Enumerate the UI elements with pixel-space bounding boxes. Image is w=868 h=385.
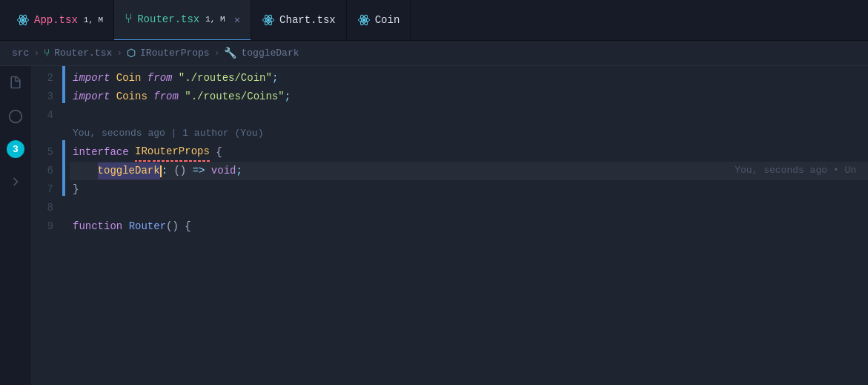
svg-point-0 [21,19,24,22]
react-icon-coin [357,13,371,27]
tab-router[interactable]: ⑂ Router.tsx 1, M ✕ [114,0,251,41]
tab-coin[interactable]: Coin [347,0,411,41]
token-parens-9: () { [166,218,191,234]
token-import-2: import [73,70,116,86]
tab-app[interactable]: App.tsx 1, M [6,0,114,41]
tab-bar: App.tsx 1, M ⑂ Router.tsx 1, M ✕ Chart.t… [0,0,868,41]
ln-6: 6 [31,162,53,180]
ln-4: 4 [31,106,53,125]
code-line-2: import Coin from "./routes/Coin"; [70,69,868,88]
token-void-6: void [211,162,236,179]
breadcrumb-sep-2: › [116,47,122,59]
svg-point-8 [362,19,365,22]
code-line-8 [70,199,868,217]
inline-blame-6: You, seconds ago • Un [735,162,868,180]
breadcrumb-file: Router.tsx [54,47,112,59]
gutter-line-3 [62,85,65,103]
code-content[interactable]: import Coin from "./routes/Coin"; import… [70,66,868,385]
token-space-6: () [168,162,193,179]
breadcrumb-interface-icon: ⬡ [127,47,136,59]
tab-app-label: App.tsx [34,14,78,26]
gutter-line-5 [62,140,65,159]
ln-blame [31,125,53,143]
gutter [62,66,65,385]
code-line-6: toggleDark: () => void; You, seconds ago… [70,162,868,180]
breadcrumb-interface: IRouterProps [140,47,210,59]
svg-point-4 [267,19,270,22]
activity-files-icon[interactable] [5,72,26,93]
activity-bar: 3 [0,66,31,385]
activity-badge[interactable]: 3 [7,140,24,158]
badge-number: 3 [13,144,19,155]
token-semi-6: ; [236,162,242,179]
gutter-line-4 [62,103,65,122]
code-line-4 [70,106,868,125]
code-line-7: } [70,180,868,199]
token-arrow-6: => [193,162,205,179]
token-semi-3: ; [285,88,291,105]
tab-chart-label: Chart.tsx [279,14,336,26]
ln-2: 2 [31,69,53,88]
router-icon: ⑂ [125,12,133,27]
gutter-line-9 [62,214,65,233]
gutter-line-blame [62,122,65,140]
breadcrumb-router-icon: ⑂ [44,47,50,59]
token-interface: interface [73,144,135,160]
ln-9: 9 [31,217,53,236]
token-colon-6: : [162,162,168,179]
code-area: 2 3 4 5 6 7 8 9 import Coin from [31,66,868,385]
svg-point-12 [10,111,22,123]
gutter-line-8 [62,196,65,214]
token-from-2: from [148,70,179,86]
gutter-line-2 [62,66,65,85]
token-coin: Coin [116,70,148,86]
token-router-fn: Router [129,218,166,234]
tab-router-close[interactable]: ✕ [234,13,240,26]
tab-chart[interactable]: Chart.tsx [251,0,347,41]
line-numbers: 2 3 4 5 6 7 8 9 [31,66,62,385]
code-line-3: import Coins from "./routes/Coins"; [70,88,868,106]
breadcrumb-method-icon: 🔧 [224,47,236,59]
activity-arrow-icon[interactable] [5,171,26,192]
token-indent-6 [73,162,98,179]
code-line-9: function Router() { [70,217,868,236]
token-str-2: "./routes/Coin" [179,70,272,86]
token-semi-2: ; [272,70,278,86]
tab-app-modified: 1, M [84,16,103,24]
tab-coin-label: Coin [375,14,400,26]
activity-circle-icon[interactable] [5,106,26,127]
token-function-9: function [73,218,129,234]
tab-router-modified: 1, M [205,15,225,24]
ln-8: 8 [31,199,53,217]
editor: 3 2 3 4 5 6 7 8 9 [0,66,868,385]
token-coins: Coins [116,88,153,105]
token-brace-open: { [210,144,222,160]
ln-5: 5 [31,143,53,162]
breadcrumb: src › ⑂ Router.tsx › ⬡ IRouterProps › 🔧 … [0,41,868,66]
token-from-3: from [153,88,185,105]
breadcrumb-sep-1: › [33,47,39,59]
gutter-line-7 [62,177,65,196]
token-str-3: "./routes/Coins" [185,88,284,105]
tab-router-label: Router.tsx [137,13,199,25]
token-space2-6 [205,162,211,179]
breadcrumb-src: src [12,47,29,59]
ln-3: 3 [31,88,53,106]
token-irouterprops: IRouterProps [135,143,210,161]
token-toggledark: toggleDark [98,162,160,179]
gutter-line-6 [62,159,65,177]
blame-header-text: You, seconds ago | 1 author (You) [73,126,263,142]
ln-7: 7 [31,180,53,199]
code-line-5: interface IRouterProps { [70,143,868,162]
breadcrumb-sep-3: › [214,47,220,59]
token-import-3: import [73,88,116,105]
react-icon-app [16,13,30,27]
blame-header: You, seconds ago | 1 author (You) [70,125,868,143]
react-icon-chart [262,13,275,27]
token-brace-close-7: } [73,181,79,197]
breadcrumb-method: toggleDark [241,47,299,59]
